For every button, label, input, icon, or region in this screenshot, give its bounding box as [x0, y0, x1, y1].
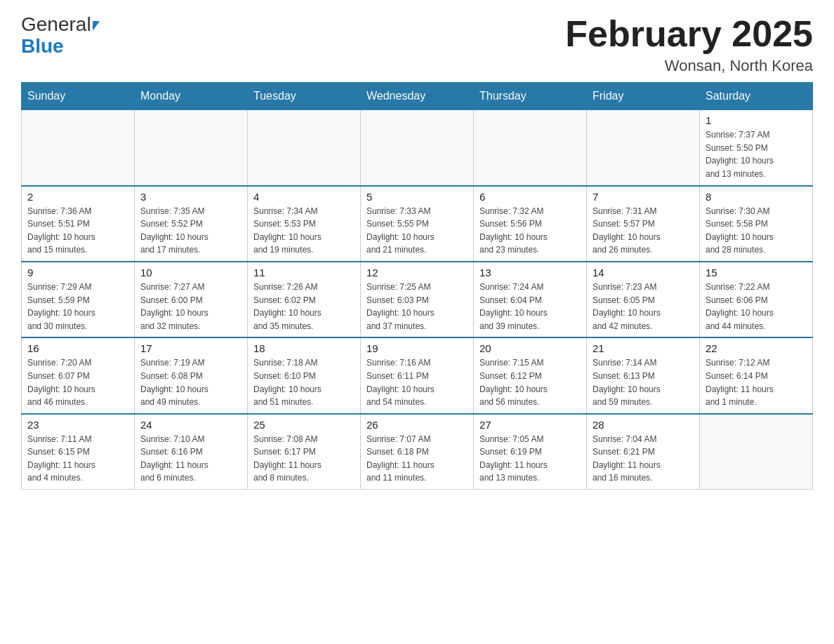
day-info: Sunrise: 7:32 AMSunset: 5:56 PMDaylight:… [479, 205, 581, 257]
day-number: 10 [140, 267, 241, 279]
day-number: 3 [140, 191, 241, 203]
weekday-header-saturday: Saturday [700, 83, 813, 110]
calendar-table: SundayMondayTuesdayWednesdayThursdayFrid… [21, 82, 813, 490]
calendar-cell: 14Sunrise: 7:23 AMSunset: 6:05 PMDayligh… [587, 262, 700, 337]
day-number: 2 [27, 191, 128, 203]
day-number: 6 [479, 191, 581, 203]
day-number: 17 [140, 342, 241, 354]
day-number: 12 [366, 267, 468, 279]
day-info: Sunrise: 7:30 AMSunset: 5:58 PMDaylight:… [706, 205, 807, 257]
day-number: 22 [706, 342, 807, 354]
logo-text: General Blue [21, 14, 100, 58]
day-number: 23 [27, 419, 128, 431]
day-info: Sunrise: 7:26 AMSunset: 6:02 PMDaylight:… [253, 281, 355, 333]
calendar-week-row-4: 16Sunrise: 7:20 AMSunset: 6:07 PMDayligh… [22, 337, 813, 413]
calendar-cell: 16Sunrise: 7:20 AMSunset: 6:07 PMDayligh… [22, 337, 135, 413]
calendar-cell: 5Sunrise: 7:33 AMSunset: 5:55 PMDaylight… [361, 186, 474, 262]
day-info: Sunrise: 7:14 AMSunset: 6:13 PMDaylight:… [593, 356, 694, 408]
title-section: February 2025 Wonsan, North Korea [565, 14, 813, 75]
day-info: Sunrise: 7:19 AMSunset: 6:08 PMDaylight:… [140, 356, 241, 408]
calendar-cell: 3Sunrise: 7:35 AMSunset: 5:52 PMDaylight… [135, 186, 248, 262]
weekday-header-monday: Monday [135, 83, 248, 110]
day-info: Sunrise: 7:29 AMSunset: 5:59 PMDaylight:… [27, 281, 128, 333]
day-info: Sunrise: 7:35 AMSunset: 5:52 PMDaylight:… [140, 205, 241, 257]
calendar-cell: 4Sunrise: 7:34 AMSunset: 5:53 PMDaylight… [248, 186, 361, 262]
calendar-cell: 18Sunrise: 7:18 AMSunset: 6:10 PMDayligh… [248, 337, 361, 413]
day-number: 15 [706, 267, 807, 279]
day-info: Sunrise: 7:24 AMSunset: 6:04 PMDaylight:… [479, 281, 581, 333]
day-info: Sunrise: 7:18 AMSunset: 6:10 PMDaylight:… [253, 356, 355, 408]
weekday-header-wednesday: Wednesday [361, 83, 474, 110]
calendar-cell [248, 110, 361, 186]
day-info: Sunrise: 7:37 AMSunset: 5:50 PMDaylight:… [706, 128, 807, 180]
day-info: Sunrise: 7:07 AMSunset: 6:18 PMDaylight:… [366, 433, 468, 485]
day-number: 7 [593, 191, 694, 203]
calendar-cell [474, 110, 587, 186]
day-number: 24 [140, 419, 241, 431]
page-header: General Blue February 2025 Wonsan, North… [21, 14, 813, 75]
logo-triangle-icon [93, 21, 100, 31]
month-title: February 2025 [565, 14, 813, 54]
day-number: 16 [27, 342, 128, 354]
day-number: 20 [479, 342, 581, 354]
weekday-header-row: SundayMondayTuesdayWednesdayThursdayFrid… [22, 83, 813, 110]
day-number: 9 [27, 267, 128, 279]
day-info: Sunrise: 7:05 AMSunset: 6:19 PMDaylight:… [479, 433, 581, 485]
calendar-cell: 19Sunrise: 7:16 AMSunset: 6:11 PMDayligh… [361, 337, 474, 413]
calendar-week-row-1: 1Sunrise: 7:37 AMSunset: 5:50 PMDaylight… [22, 110, 813, 186]
day-info: Sunrise: 7:36 AMSunset: 5:51 PMDaylight:… [27, 205, 128, 257]
weekday-header-friday: Friday [587, 83, 700, 110]
day-info: Sunrise: 7:11 AMSunset: 6:15 PMDaylight:… [27, 433, 128, 485]
calendar-cell: 15Sunrise: 7:22 AMSunset: 6:06 PMDayligh… [700, 262, 813, 337]
day-info: Sunrise: 7:31 AMSunset: 5:57 PMDaylight:… [593, 205, 694, 257]
calendar-cell: 9Sunrise: 7:29 AMSunset: 5:59 PMDaylight… [22, 262, 135, 337]
day-number: 13 [479, 267, 581, 279]
logo: General Blue [21, 14, 100, 58]
day-number: 8 [706, 191, 807, 203]
calendar-cell: 21Sunrise: 7:14 AMSunset: 6:13 PMDayligh… [587, 337, 700, 413]
day-number: 27 [479, 419, 581, 431]
day-info: Sunrise: 7:04 AMSunset: 6:21 PMDaylight:… [593, 433, 694, 485]
day-info: Sunrise: 7:33 AMSunset: 5:55 PMDaylight:… [366, 205, 468, 257]
weekday-header-sunday: Sunday [22, 83, 135, 110]
calendar-cell: 12Sunrise: 7:25 AMSunset: 6:03 PMDayligh… [361, 262, 474, 337]
calendar-cell: 25Sunrise: 7:08 AMSunset: 6:17 PMDayligh… [248, 414, 361, 490]
day-info: Sunrise: 7:23 AMSunset: 6:05 PMDaylight:… [593, 281, 694, 333]
calendar-cell: 13Sunrise: 7:24 AMSunset: 6:04 PMDayligh… [474, 262, 587, 337]
calendar-cell: 17Sunrise: 7:19 AMSunset: 6:08 PMDayligh… [135, 337, 248, 413]
day-number: 19 [366, 342, 468, 354]
day-info: Sunrise: 7:20 AMSunset: 6:07 PMDaylight:… [27, 356, 128, 408]
day-info: Sunrise: 7:08 AMSunset: 6:17 PMDaylight:… [253, 433, 355, 485]
calendar-cell: 22Sunrise: 7:12 AMSunset: 6:14 PMDayligh… [700, 337, 813, 413]
location: Wonsan, North Korea [565, 57, 813, 75]
calendar-cell: 20Sunrise: 7:15 AMSunset: 6:12 PMDayligh… [474, 337, 587, 413]
calendar-cell: 27Sunrise: 7:05 AMSunset: 6:19 PMDayligh… [474, 414, 587, 490]
calendar-cell: 1Sunrise: 7:37 AMSunset: 5:50 PMDaylight… [700, 110, 813, 186]
calendar-cell: 6Sunrise: 7:32 AMSunset: 5:56 PMDaylight… [474, 186, 587, 262]
day-info: Sunrise: 7:10 AMSunset: 6:16 PMDaylight:… [140, 433, 241, 485]
day-number: 5 [366, 191, 468, 203]
calendar-cell: 2Sunrise: 7:36 AMSunset: 5:51 PMDaylight… [22, 186, 135, 262]
calendar-cell [22, 110, 135, 186]
day-info: Sunrise: 7:12 AMSunset: 6:14 PMDaylight:… [706, 356, 807, 408]
calendar-cell: 23Sunrise: 7:11 AMSunset: 6:15 PMDayligh… [22, 414, 135, 490]
logo-general-text: General [21, 13, 91, 35]
day-number: 28 [593, 419, 694, 431]
calendar-cell [135, 110, 248, 186]
day-info: Sunrise: 7:27 AMSunset: 6:00 PMDaylight:… [140, 281, 241, 333]
day-number: 26 [366, 419, 468, 431]
day-number: 4 [253, 191, 355, 203]
calendar-cell: 8Sunrise: 7:30 AMSunset: 5:58 PMDaylight… [700, 186, 813, 262]
weekday-header-tuesday: Tuesday [248, 83, 361, 110]
calendar-cell: 7Sunrise: 7:31 AMSunset: 5:57 PMDaylight… [587, 186, 700, 262]
day-info: Sunrise: 7:25 AMSunset: 6:03 PMDaylight:… [366, 281, 468, 333]
day-number: 21 [593, 342, 694, 354]
calendar-cell: 28Sunrise: 7:04 AMSunset: 6:21 PMDayligh… [587, 414, 700, 490]
day-info: Sunrise: 7:15 AMSunset: 6:12 PMDaylight:… [479, 356, 581, 408]
day-number: 18 [253, 342, 355, 354]
weekday-header-thursday: Thursday [474, 83, 587, 110]
calendar-cell: 24Sunrise: 7:10 AMSunset: 6:16 PMDayligh… [135, 414, 248, 490]
day-number: 25 [253, 419, 355, 431]
day-number: 14 [593, 267, 694, 279]
day-number: 1 [706, 114, 807, 126]
